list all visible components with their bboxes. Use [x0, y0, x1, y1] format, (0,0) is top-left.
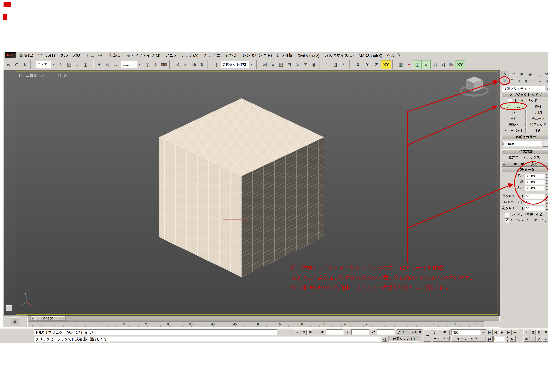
- time-tag-clock-icon[interactable]: ◷: [382, 336, 387, 342]
- parameter-value-field[interactable]: 30: [525, 200, 545, 205]
- parameter-spinner[interactable]: [545, 185, 548, 191]
- mirror-icon[interactable]: ⋈: [261, 60, 269, 69]
- selection-lock-toggle-icon[interactable]: ⊡: [301, 329, 307, 335]
- select-by-name-icon[interactable]: ▤: [65, 60, 73, 69]
- teapot-button[interactable]: ティーポット: [502, 128, 526, 133]
- category-lights-icon[interactable]: ☀: [516, 78, 523, 84]
- menu-item[interactable]: レンダリング(R): [240, 52, 274, 59]
- viewport-label[interactable]: [+] [正投影] [シェーディング]: [19, 73, 68, 78]
- spinner-snap-icon[interactable]: ⇅: [198, 60, 206, 69]
- application-button[interactable]: MXD: [5, 52, 16, 58]
- selection-filter-dropdown[interactable]: すべて▼: [36, 61, 56, 68]
- viewport-layout-icon[interactable]: ⊞: [11, 317, 19, 325]
- tab-modify[interactable]: ◠: [509, 71, 517, 77]
- track-bar[interactable]: 0510152025303540455055606570758085909510…: [28, 321, 484, 327]
- angle-snap-icon[interactable]: ∠: [182, 60, 190, 69]
- keyboard-shortcut-override-icon[interactable]: ⌨: [160, 60, 168, 69]
- key-filters-button[interactable]: キーフィルタ...: [451, 336, 486, 342]
- rollout-keyboard-entry-header[interactable]: + キーボード入力: [501, 162, 548, 167]
- category-geometry-icon[interactable]: ○: [502, 78, 509, 84]
- current-frame-input[interactable]: [493, 336, 505, 342]
- go-to-start-button[interactable]: |◀: [487, 329, 493, 335]
- menu-item[interactable]: ビュー(V): [84, 52, 106, 59]
- named-selection-sets-dropdown[interactable]: 選択セット作成▼: [221, 61, 254, 68]
- category-cameras-icon[interactable]: ◙: [523, 78, 530, 84]
- parameter-spinner[interactable]: [545, 194, 548, 199]
- select-object-icon[interactable]: ↖: [57, 60, 65, 69]
- menu-item[interactable]: 作成(C): [106, 52, 124, 59]
- window-crossing-toggle-icon[interactable]: ◫: [81, 60, 90, 69]
- tab-display[interactable]: ▢: [534, 71, 542, 77]
- parameter-value-field[interactable]: 30000.0: [525, 186, 545, 190]
- time-slider-prev-button[interactable]: <: [31, 316, 36, 321]
- parameter-spinner[interactable]: [545, 179, 548, 185]
- maximize-viewport-toggle-icon[interactable]: ◈: [542, 336, 548, 342]
- menu-item[interactable]: グループ(G): [57, 52, 84, 59]
- axis-constraint-x-button[interactable]: X: [354, 61, 363, 69]
- menu-item[interactable]: カスタマイズ(U): [322, 52, 356, 59]
- auto-key-button[interactable]: オートキー: [433, 329, 450, 335]
- edit-named-selection-sets-icon[interactable]: {}: [212, 60, 220, 69]
- material-editor-icon[interactable]: ◉: [310, 60, 318, 69]
- creation-method-option[interactable]: ○立方体: [506, 155, 519, 160]
- align-icon[interactable]: ≡: [269, 60, 277, 69]
- tab-hierarchy[interactable]: ▣: [518, 71, 526, 77]
- time-slider[interactable]: < 0 / 100 >: [28, 316, 499, 321]
- zoom-all-icon[interactable]: ▦: [530, 329, 536, 335]
- rectangular-selection-region-icon[interactable]: ▭: [73, 60, 81, 69]
- play-animation-button[interactable]: ▶: [499, 329, 505, 335]
- parameter-value-field[interactable]: 30000.0: [525, 180, 545, 184]
- checkbox-icon[interactable]: ✓: [505, 213, 509, 217]
- checkbox-icon[interactable]: ✓: [505, 218, 509, 223]
- rollout-creation-method-header[interactable]: − 作成方法: [501, 149, 548, 154]
- axis-constraint-xy-button[interactable]: XY: [381, 60, 391, 69]
- field-of-view-icon[interactable]: ⊞: [523, 336, 529, 342]
- menu-item[interactable]: ツール(T): [36, 52, 57, 59]
- geosphere-button[interactable]: 天球体: [526, 110, 548, 115]
- parameter-value-field[interactable]: 30000.0: [525, 174, 545, 178]
- zoom-icon[interactable]: ⌖: [523, 329, 529, 335]
- cone-button[interactable]: 円錐: [526, 104, 548, 109]
- orbit-icon[interactable]: ◇: [536, 336, 542, 342]
- rollout-parameters-header[interactable]: − パラメータ: [501, 168, 548, 172]
- category-systems-icon[interactable]: ∗: [544, 78, 548, 84]
- bind-to-space-warp-icon[interactable]: ≋: [21, 60, 29, 69]
- menu-item[interactable]: Civil View(V): [295, 53, 322, 58]
- next-frame-button[interactable]: |▶: [506, 329, 512, 335]
- box-button[interactable]: ボックス: [502, 104, 526, 109]
- add-time-tag-field[interactable]: 時間タグを追加: [389, 336, 420, 342]
- snap-vertex-icon[interactable]: ◫: [413, 60, 422, 69]
- snap-axis-constraint-xy-button[interactable]: XY: [455, 60, 465, 69]
- tab-utilities[interactable]: ⚒: [543, 71, 548, 77]
- viewport[interactable]: [+] [正投影] [シェーディング] z x: [15, 71, 498, 315]
- render-production-icon[interactable]: ♨: [340, 60, 348, 69]
- object-color-swatch[interactable]: [543, 141, 548, 147]
- curve-editor-icon[interactable]: ∿: [293, 60, 301, 69]
- snap-midpoint-icon[interactable]: ◁: [439, 60, 447, 69]
- next-key-button[interactable]: ▶|: [510, 336, 516, 342]
- select-and-rotate-icon[interactable]: ↻: [103, 60, 112, 69]
- parameter-value-field[interactable]: 30: [525, 194, 545, 199]
- box-object[interactable]: [159, 98, 326, 279]
- frame-spinner[interactable]: [506, 336, 509, 342]
- menu-item[interactable]: アニメーション(A): [163, 52, 201, 59]
- torus-button[interactable]: 円環体: [502, 122, 526, 127]
- zoom-region-icon[interactable]: ⊡: [542, 329, 548, 335]
- rendered-frame-window-icon[interactable]: ◨: [331, 60, 340, 69]
- category-shapes-icon[interactable]: ⌒: [509, 78, 516, 84]
- absolute-offset-mode-icon[interactable]: ⊞: [307, 329, 313, 335]
- rollout-object-type-header[interactable]: − オブジェクト タイプ: [501, 93, 548, 97]
- y-coordinate-input[interactable]: [351, 329, 369, 335]
- object-name-input[interactable]: [502, 141, 542, 147]
- primitive-category-dropdown[interactable]: 標準プリミティブ ▼: [502, 86, 548, 92]
- time-slider-thumb[interactable]: 0 / 100: [36, 316, 61, 321]
- select-and-scale-icon[interactable]: ▱: [112, 60, 120, 69]
- zoom-extents-icon[interactable]: ◱: [536, 329, 542, 335]
- tube-button[interactable]: チューブ: [526, 116, 548, 121]
- pyramid-button[interactable]: ピラミッド: [526, 122, 548, 127]
- select-and-link-icon[interactable]: ∞: [5, 60, 13, 69]
- category-helpers-icon[interactable]: ⌖: [530, 78, 537, 84]
- select-and-move-icon[interactable]: +: [95, 60, 103, 69]
- plane-button[interactable]: 平面: [526, 128, 548, 133]
- time-slider-next-button[interactable]: >: [61, 316, 65, 321]
